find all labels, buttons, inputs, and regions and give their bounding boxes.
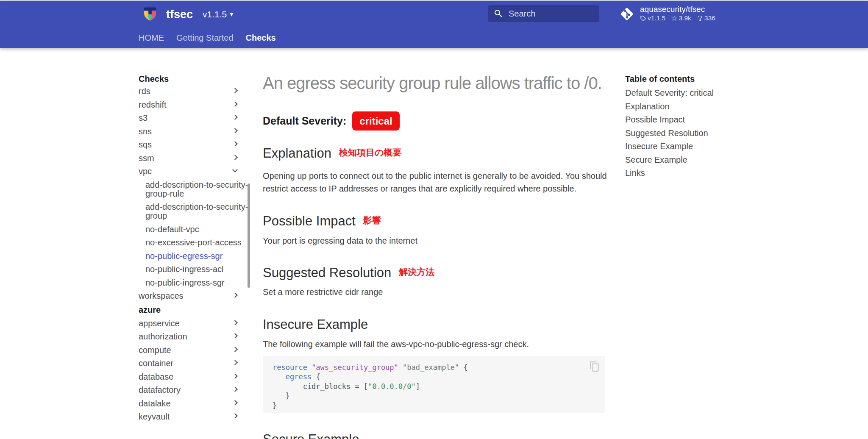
toc-item-default-severity[interactable]: Default Severity: critical	[625, 89, 731, 97]
code-content: resource "aws_security_group" "bad_examp…	[263, 356, 605, 413]
sidebar-item-no-public-ingress-sgr[interactable]: no-public-ingress-sgr	[145, 278, 251, 287]
sidebar-item-sqs[interactable]: sqs	[139, 140, 239, 149]
possible-impact-text: Your port is egressing data to the inter…	[263, 234, 627, 247]
sidebar-item-datafactory[interactable]: datafactory	[139, 386, 239, 395]
fork-icon	[697, 15, 703, 22]
version-selector[interactable]: v1.1.5▾	[203, 9, 233, 19]
search-input[interactable]	[509, 5, 593, 22]
chevron-right-icon[interactable]	[232, 128, 238, 133]
git-repo-icon	[618, 5, 636, 23]
copy-icon	[589, 361, 600, 372]
chevron-right-icon[interactable]	[232, 101, 238, 107]
tab-getting-started[interactable]: Getting Started	[176, 33, 234, 43]
severity-badge: critical	[352, 111, 399, 131]
sidebar-title: Checks	[139, 75, 239, 83]
chevron-right-icon[interactable]	[232, 333, 238, 339]
chevron-right-icon[interactable]	[232, 386, 238, 392]
heading-secure-example: Secure Example	[263, 432, 359, 439]
app-header: tfsec v1.1.5▾ aquasecurity/tf	[0, 1, 868, 48]
default-severity-row: Default Severity: critical	[263, 111, 400, 131]
insecure-example-text: The following example will fail the aws-…	[263, 338, 627, 350]
tag-icon	[640, 15, 646, 22]
toc-item-insecure-example[interactable]: Insecure Example	[625, 142, 731, 151]
sidebar-item-s3[interactable]: s3	[139, 114, 239, 122]
nav-tabs: HOME Getting Started Checks	[139, 33, 276, 43]
explanation-text: Opening up ports to connect out to the p…	[263, 169, 627, 195]
table-of-contents: Table of contents Default Severity: crit…	[625, 75, 731, 182]
sidebar-item-keyvault[interactable]: keyvault	[139, 412, 239, 421]
search-icon	[493, 8, 504, 19]
chevron-right-icon[interactable]	[232, 114, 238, 120]
heading-explanation: Explanation検知項目の概要	[263, 146, 402, 162]
sidebar-item-no-default-vpc[interactable]: no-default-vpc	[145, 225, 251, 234]
sidebar-item-ssm[interactable]: ssm	[139, 154, 239, 163]
search-box[interactable]	[488, 5, 599, 22]
copy-code-button[interactable]	[589, 361, 600, 372]
repo-forks-fact: 336	[697, 14, 715, 22]
code-block: resource "aws_security_group" "bad_examp…	[263, 356, 605, 413]
toc-item-links[interactable]: Links	[625, 169, 731, 178]
page-title: An egress security group rule allows tra…	[263, 74, 627, 93]
repo-stars-fact: ☆ 3.9k	[671, 14, 691, 22]
japanese-annotation: 検知項目の概要	[339, 147, 402, 157]
chevron-right-icon[interactable]	[232, 360, 238, 365]
sidebar-section-azure: azure	[139, 306, 239, 314]
sidebar-item-add-description-to-security-group[interactable]: add-description-to-security-group	[145, 203, 251, 220]
chevron-right-icon[interactable]	[232, 292, 238, 298]
chevron-right-icon[interactable]	[232, 320, 238, 325]
severity-label: Default Severity:	[263, 115, 346, 127]
caret-down-icon: ▾	[230, 11, 233, 18]
repo-link[interactable]: aquasecurity/tfsec v1.1.5 ☆ 3.9k 336	[618, 4, 728, 24]
sidebar-item-authorization[interactable]: authorization	[139, 332, 239, 341]
site-title[interactable]: tfsec	[166, 8, 193, 21]
chevron-right-icon[interactable]	[232, 373, 238, 379]
sidebar-item-no-excessive-port-access[interactable]: no-excessive-port-access	[145, 238, 251, 247]
repo-version-fact: v1.1.5	[640, 14, 665, 22]
chevron-down-icon[interactable]	[232, 167, 238, 172]
japanese-annotation: 影響	[363, 215, 381, 225]
heading-possible-impact: Possible Impact影響	[263, 214, 381, 230]
sidebar-item-no-public-egress-sgr[interactable]: no-public-egress-sgr	[145, 252, 251, 261]
toc-item-suggested-resolution[interactable]: Suggested Resolution	[625, 129, 731, 138]
star-icon: ☆	[671, 15, 677, 22]
chevron-right-icon[interactable]	[232, 347, 238, 352]
sidebar-item-container[interactable]: container	[139, 359, 239, 368]
sidebar-item-rds[interactable]: rds	[139, 87, 239, 96]
toc-item-explanation[interactable]: Explanation	[625, 102, 731, 111]
tab-home[interactable]: HOME	[139, 33, 164, 43]
japanese-annotation: 解決方法	[399, 267, 434, 277]
chevron-right-icon[interactable]	[232, 141, 238, 147]
sidebar-scrollbar[interactable]	[248, 183, 250, 288]
sidebar-item-datalake[interactable]: datalake	[139, 399, 239, 408]
tfsec-logo-icon[interactable]	[142, 5, 159, 22]
sidebar-item-compute[interactable]: compute	[139, 346, 239, 355]
suggested-resolution-text: Set a more restrictive cidr range	[263, 286, 627, 298]
repo-name: aquasecurity/tfsec	[640, 5, 705, 14]
chevron-right-icon[interactable]	[232, 413, 238, 419]
heading-insecure-example: Insecure Example	[263, 317, 368, 332]
main-content: An egress security group rule allows tra…	[263, 0, 606, 439]
sidebar-item-appservice[interactable]: appservice	[139, 319, 239, 328]
sidebar-nav: Checks rds redshift s3 sns sqs ssm vpc a…	[139, 75, 239, 426]
repo-facts: v1.1.5 ☆ 3.9k 336	[640, 14, 715, 22]
sidebar-item-vpc[interactable]: vpc	[139, 167, 239, 176]
sidebar-item-add-description-to-security-group-rule[interactable]: add-description-to-security-group-rule	[145, 181, 251, 198]
sidebar-item-workspaces[interactable]: workspaces	[139, 292, 239, 300]
toc-item-secure-example[interactable]: Secure Example	[625, 156, 731, 164]
toc-title: Table of contents	[625, 75, 731, 83]
sidebar-item-no-public-ingress-acl[interactable]: no-public-ingress-acl	[145, 265, 251, 274]
sidebar-item-sns[interactable]: sns	[139, 127, 239, 136]
sidebar-item-database[interactable]: database	[139, 372, 239, 381]
tab-checks[interactable]: Checks	[246, 33, 276, 43]
sidebar-item-redshift[interactable]: redshift	[139, 100, 239, 109]
chevron-right-icon[interactable]	[232, 400, 238, 406]
chevron-right-icon[interactable]	[232, 155, 238, 160]
toc-item-possible-impact[interactable]: Possible Impact	[625, 115, 731, 124]
chevron-right-icon[interactable]	[232, 88, 238, 93]
heading-suggested-resolution: Suggested Resolution解決方法	[263, 265, 434, 282]
